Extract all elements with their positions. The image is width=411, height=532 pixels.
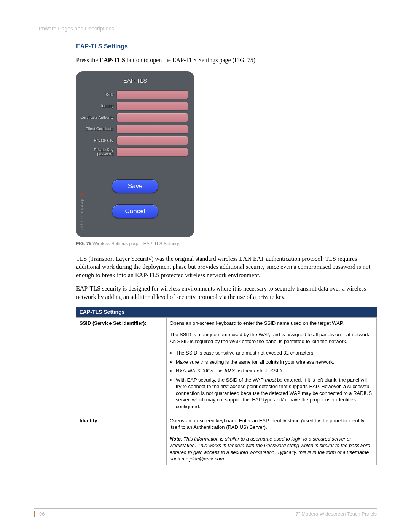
body-paragraph-1: TLS (Transport Layer Security) was the o…: [76, 255, 377, 280]
identity-cell-1: Opens an on-screen keyboard. Enter an EA…: [167, 415, 377, 433]
section-title: EAP-TLS Settings: [76, 43, 377, 50]
field-label-ca: Certificate Authority: [80, 115, 116, 120]
save-button[interactable]: Save: [112, 179, 158, 193]
table-header: EAP-TLS Settings: [76, 307, 377, 318]
figure-caption: FIG. 75 Wireless Settings page - EAP-TLS…: [76, 241, 377, 246]
ssid-cell-bullets: The SSID is case sensitive and must not …: [167, 347, 377, 415]
row-label-ssid: SSID (Service Set Identifier):: [76, 317, 167, 415]
page-number: 96: [34, 511, 45, 517]
ssid-input[interactable]: [116, 90, 188, 99]
private-key-password-input[interactable]: [116, 147, 188, 157]
screenshot-title: EAP-TLS: [84, 75, 186, 88]
private-key-input[interactable]: [116, 136, 188, 145]
page-header: Firmware Pages and Descriptions: [34, 26, 377, 32]
page-footer: 96 7" Modero Widescreen Touch Panels: [34, 508, 377, 517]
ssid-cell-2: The SSID is a unique name used by the WA…: [167, 329, 377, 347]
ca-input[interactable]: [116, 113, 188, 122]
identity-note: Note: This information is similar to a u…: [167, 433, 377, 465]
field-label-pkey-pass: Private Key password: [80, 148, 116, 156]
row-label-identity: Identity:: [76, 415, 167, 465]
cancel-button[interactable]: Cancel: [112, 204, 158, 218]
identity-input[interactable]: [116, 102, 188, 111]
eap-tls-screenshot: EAP-TLS SSID Identity Certificate Author…: [76, 71, 194, 237]
brand-text: e devicescape: [79, 193, 85, 230]
intro-paragraph: Press the EAP-TLS button to open the EAP…: [76, 56, 377, 64]
field-label-identity: Identity: [80, 104, 116, 108]
footer-product: 7" Modero Widescreen Touch Panels: [296, 511, 377, 517]
client-cert-input[interactable]: [116, 125, 188, 134]
ssid-cell-1: Opens an on-screen keyboard to enter the…: [167, 317, 377, 329]
field-label-pkey: Private Key: [80, 138, 116, 142]
settings-table: EAP-TLS Settings SSID (Service Set Ident…: [76, 307, 377, 465]
body-paragraph-2: EAP-TLS security is designed for wireles…: [76, 284, 377, 301]
field-label-client-cert: Client Certificate: [80, 127, 116, 131]
field-label-ssid: SSID: [80, 93, 116, 97]
